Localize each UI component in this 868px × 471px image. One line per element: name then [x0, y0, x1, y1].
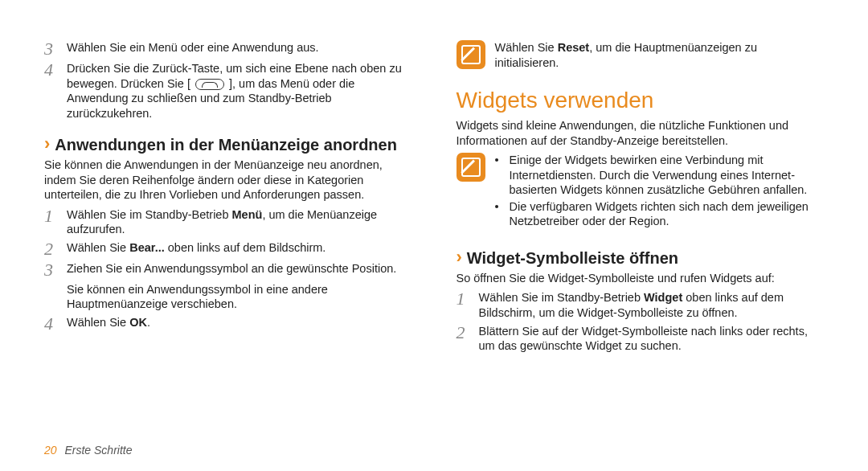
note-reset: Wählen Sie Reset, um die Hauptmenüanzeig… [457, 40, 825, 73]
step-3-drag-icon: 3 Ziehen Sie ein Anwendungssymbol an die… [44, 261, 412, 279]
end-call-key-icon [195, 79, 224, 90]
step-4-back-key: 4 Drücken Sie die Zurück-Taste, um sich … [44, 61, 412, 121]
step-2-bear: 2 Wählen Sie Bear... oben links auf dem … [44, 240, 412, 258]
step-text: Wählen Sie ein Menü oder eine Anwendung … [67, 40, 412, 58]
step-text: Wählen Sie OK. [67, 315, 412, 333]
page-number: 20 [44, 444, 57, 457]
step-text: Wählen Sie im Standby-Betrieb Menü, um d… [67, 207, 412, 237]
step-number: 1 [457, 290, 471, 320]
chevron-right-icon: › [457, 248, 462, 266]
step-number: 3 [44, 40, 59, 58]
arrange-apps-intro: Sie können die Anwendungen in der Menüan… [44, 158, 412, 203]
note-bullets: Einige der Widgets bewirken eine Verbind… [495, 153, 825, 231]
step-number: 1 [44, 207, 59, 237]
note-widget-info: Einige der Widgets bewirken eine Verbind… [457, 153, 825, 234]
step-2-scroll: 2 Blättern Sie auf der Widget-Symbolleis… [457, 324, 825, 354]
step-number: 2 [44, 240, 59, 258]
heading-widgets: Widgets verwenden [457, 88, 825, 113]
step-4-ok: 4 Wählen Sie OK. [44, 315, 412, 333]
step-number: 3 [44, 261, 59, 279]
open-widget-bar-intro: So öffnen Sie die Widget-Symbolleiste un… [457, 271, 825, 286]
chevron-right-icon: › [44, 135, 50, 153]
step-1-widget: 1 Wählen Sie im Standby-Betrieb Widget o… [457, 290, 825, 320]
step-text: Drücken Sie die Zurück-Taste, um sich ei… [67, 61, 412, 121]
heading-open-widget-bar: › Widget-Symbolleiste öffnen [457, 248, 825, 268]
left-column: 3 Wählen Sie ein Menü oder eine Anwendun… [44, 40, 412, 357]
step-text: Ziehen Sie ein Anwendungssymbol an die g… [67, 261, 412, 279]
step-text: Blättern Sie auf der Widget-Symbolleiste… [479, 324, 825, 354]
bullet-internet-fees: Einige der Widgets bewirken eine Verbind… [495, 153, 825, 198]
page-footer: 20 Erste Schritte [44, 444, 133, 457]
step-number: 2 [457, 324, 471, 354]
heading-arrange-apps: › Anwendungen in der Menüanzeige anordne… [44, 135, 412, 154]
step-3-note: Sie können ein Anwendungssymbol in eine … [67, 282, 412, 312]
step-text: Wählen Sie Bear... oben links auf dem Bi… [67, 240, 412, 258]
step-number: 4 [44, 61, 59, 121]
widgets-intro: Widgets sind kleine Anwendungen, die nüt… [457, 118, 825, 148]
note-icon [457, 153, 485, 182]
step-3-select-menu: 3 Wählen Sie ein Menü oder eine Anwendun… [44, 40, 412, 58]
step-1-open-menu: 1 Wählen Sie im Standby-Betrieb Menü, um… [44, 207, 412, 237]
step-number: 4 [44, 315, 59, 333]
bullet-availability: Die verfügbaren Widgets richten sich nac… [495, 199, 825, 229]
note-text: Wählen Sie Reset, um die Hauptmenüanzeig… [495, 40, 825, 70]
note-icon [457, 40, 485, 69]
section-name: Erste Schritte [64, 444, 132, 457]
right-column: Wählen Sie Reset, um die Hauptmenüanzeig… [457, 40, 825, 357]
step-text: Wählen Sie im Standby-Betrieb Widget obe… [479, 290, 825, 320]
